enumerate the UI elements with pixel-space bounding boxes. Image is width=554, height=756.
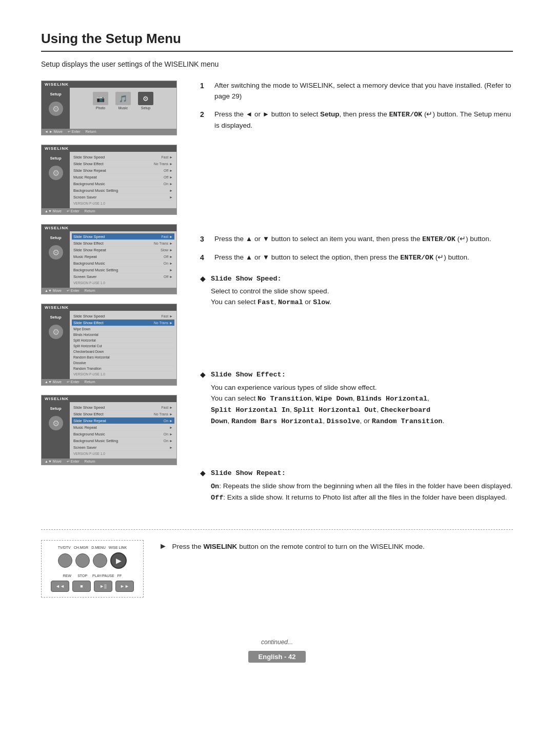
dmenu-button[interactable] <box>93 553 107 568</box>
step-text-2: Press the ◄ or ► button to select Setup,… <box>214 109 513 131</box>
label-chmgr: CH.MGR <box>74 546 88 549</box>
bullet-repeat-on: On: Repeats the slide show from the begi… <box>211 482 512 490</box>
setting-label: Slide Show Effect <box>73 321 104 325</box>
right-column: 1 After switching the mode to WISELINK, … <box>200 81 513 514</box>
bullet-title-effect: Slide Show Effect: <box>211 370 444 381</box>
ms-footer-return-4: Return <box>85 380 95 384</box>
setting-val: ► <box>169 426 173 429</box>
page-title: Using the Setup Menu <box>41 31 513 52</box>
setting-val: ► <box>169 189 173 192</box>
gear-icon-2: ⚙ <box>49 166 63 180</box>
setting-val: ► <box>169 268 173 272</box>
bullet-content-speed: Slide Show Speed: Select to control the … <box>211 274 331 309</box>
diamond-effect: ◆ <box>200 370 206 427</box>
remote-buttons-bottom: ◄◄ ■ ►|| ►► <box>51 581 134 592</box>
bullet-content-repeat: Slide Show Repeat: On: Repeats the slide… <box>211 468 512 504</box>
stop-button[interactable]: ■ <box>72 581 91 592</box>
setting-label: Slide Show Speed <box>73 405 105 410</box>
remote-labels-top: TV/DTV CH.MGR D.MENU WISE LINK <box>58 546 127 549</box>
ms-body-3: Setup ⚙ Slide Show Speed Fast ► Slide Sh… <box>42 231 176 288</box>
fast-option: Fast <box>258 299 274 306</box>
setting-val: ► <box>169 446 173 449</box>
on-label: On <box>211 483 219 490</box>
ms-main-1: 📷 Photo 🎵 Music ⚙ Setup <box>70 88 176 129</box>
setting-row: Wipe Down <box>72 326 174 332</box>
brand-label-4: WISELINK <box>45 305 69 310</box>
step-number-4: 4 <box>200 252 209 264</box>
setting-row: Blinds Horizontal <box>72 332 174 337</box>
ms-sidebar-title-4: Setup <box>50 315 61 320</box>
gear-icon-4: ⚙ <box>49 325 63 339</box>
setting-row: Slide Show Speed Fast ► <box>72 313 174 320</box>
label-wiselink: WISE LINK <box>109 546 127 549</box>
step-3: 3 Press the ▲ or ▼ button to select an i… <box>200 234 513 245</box>
setting-label: Blinds Horizontal <box>73 333 98 336</box>
ms-footer-text-3: ▲▼ Move <box>45 289 62 293</box>
music-label: Music <box>118 106 128 110</box>
setting-val: On ► <box>164 419 173 423</box>
label-tvdtv: TV/DTV <box>58 546 71 549</box>
ms-settings-2: Slide Show Speed Fast ► Slide Show Effec… <box>70 152 176 208</box>
ms-header-2: WISELINK <box>42 145 176 152</box>
ms-footer-return-2: Return <box>85 209 95 213</box>
setting-label: Background Music <box>73 432 105 436</box>
rew-button[interactable]: ◄◄ <box>51 581 69 592</box>
setting-label: Slide Show Repeat <box>73 419 106 423</box>
setting-val: On ► <box>164 432 173 436</box>
setting-val: Fast ► <box>162 314 173 318</box>
wiselink-button[interactable]: ▶ <box>110 552 127 569</box>
ms-sidebar-1: Setup ⚙ <box>42 88 70 129</box>
ms-header-1: WISELINK <box>42 81 176 88</box>
arrow-icon: ► <box>159 542 167 550</box>
bullet-line-effect-2: You can select No Transition, Wipe Down,… <box>211 394 444 425</box>
screenshot-repeat: WISELINK Setup ⚙ Slide Show Speed Fast ►… <box>41 395 177 465</box>
step-number-2: 2 <box>200 109 209 131</box>
ms-sidebar-title-1: Setup <box>50 92 61 96</box>
bold-enter-ok-3: ENTER/OK <box>400 254 433 262</box>
setting-val: No Trans ► <box>154 412 173 416</box>
step-number-1: 1 <box>200 81 209 102</box>
tvdtv-button[interactable] <box>58 553 72 568</box>
setting-val: No Trans ► <box>154 162 173 166</box>
setting-row: Screen Saver ► <box>72 444 174 451</box>
split-h-in: Split Horizontal In <box>211 406 290 414</box>
setting-row: Background Music Setting On ► <box>72 437 174 444</box>
main-content: WISELINK Setup ⚙ 📷 Photo 🎵 Musi <box>41 81 513 514</box>
ms-top-icons: 📷 Photo 🎵 Music ⚙ Setup <box>93 92 153 110</box>
setting-val: ► <box>169 195 173 199</box>
setting-label: Split Horizontal Cut <box>73 344 102 348</box>
setting-val: Fast ► <box>162 155 173 159</box>
setting-val: Off ► <box>164 169 173 172</box>
continued-text: continued... <box>41 639 513 646</box>
setting-row: Music Repeat Off ► <box>72 174 174 181</box>
ms-body-2: Setup ⚙ Slide Show Speed Fast ► Slide Sh… <box>42 152 176 208</box>
screenshot-speed: WISELINK Setup ⚙ Slide Show Speed Fast ►… <box>41 224 177 294</box>
ms-footer-enter-5: ↵ Enter <box>67 460 80 464</box>
enter-symbol-1: ↵ <box>426 110 432 118</box>
bullet-title-repeat: Slide Show Repeat: <box>211 468 512 479</box>
ms-version-3: VERSION P-USE 1.0 <box>72 280 174 286</box>
setting-label: Random Bars Horizontal <box>73 355 110 359</box>
ms-version-4: VERSION P-USE 1.0 <box>72 371 174 377</box>
setting-row-selected: Slide Show Speed Fast ► <box>72 233 174 240</box>
setting-label: Slide Show Repeat <box>73 168 106 173</box>
steps-1-2: 1 After switching the mode to WISELINK, … <box>200 81 513 131</box>
page-badge: English - 42 <box>248 651 306 663</box>
ff-button[interactable]: ►► <box>115 581 134 592</box>
setting-row: Slide Show Effect No Trans ► <box>72 240 174 247</box>
setting-row: Checkerboard Down <box>72 349 174 354</box>
setup-label: Setup <box>141 106 150 110</box>
label-stop: STOP <box>77 574 87 578</box>
ms-footer-enter-4: ↵ Enter <box>67 380 80 384</box>
ms-settings-4: Slide Show Speed Fast ► Slide Show Effec… <box>70 311 176 379</box>
gear-icon-3: ⚙ <box>49 245 63 260</box>
label-ff: FF <box>117 574 122 578</box>
setting-row: Random Bars Horizontal <box>72 354 174 360</box>
chmgr-button[interactable] <box>75 553 90 568</box>
diamond-speed: ◆ <box>200 274 206 309</box>
screenshot-setup-settings: WISELINK Setup ⚙ Slide Show Speed Fast ►… <box>41 145 177 215</box>
brand-label-2: WISELINK <box>45 146 69 151</box>
setting-val: No Trans ► <box>154 321 173 325</box>
setting-row: Music Repeat ► <box>72 424 174 431</box>
playpause-button[interactable]: ►|| <box>94 581 112 592</box>
